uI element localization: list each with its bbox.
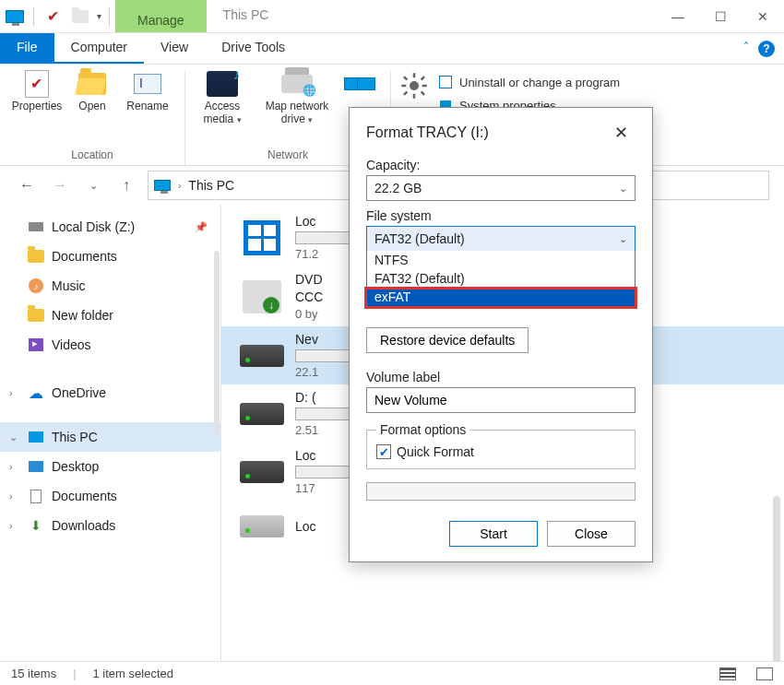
recent-dropdown-icon[interactable]: ⌄ [81,173,105,197]
new-folder-qat-icon[interactable] [69,6,91,28]
filesystem-select[interactable]: FAT32 (Default) ⌄ [366,226,636,252]
maximize-button[interactable]: ☐ [699,0,742,32]
close-dialog-button[interactable]: Close [547,521,636,547]
label: Uninstall or change a program [459,76,620,89]
separator [109,7,110,26]
minimize-button[interactable]: ― [657,0,699,32]
chevron-down-icon[interactable]: ⌄ [9,431,18,443]
network-button[interactable] [344,70,381,98]
contextual-tab-manage[interactable]: Manage [115,0,207,32]
ribbon-group-location: Properties Open Rename Location [0,70,185,165]
access-media-button[interactable]: Access media ▾ [195,70,250,126]
label: Videos [52,337,91,352]
chevron-down-icon: ⌄ [619,183,627,195]
drive-subtitle: 0 by [295,307,323,321]
volume-label-input[interactable] [366,387,636,413]
forward-button[interactable]: → [48,173,72,197]
label: Quick Format [397,444,474,459]
map-network-drive-button[interactable]: Map network drive ▾ [257,70,337,126]
sidebar-item-new-folder[interactable]: New folder [0,301,220,330]
svg-point-0 [410,81,419,90]
fs-option-ntfs[interactable]: NTFS [367,251,635,269]
pin-icon: 📌 [195,221,208,233]
label: New folder [52,308,113,323]
rename-button[interactable]: Rename [120,70,175,113]
sidebar-scrollbar[interactable] [214,251,220,435]
close-button[interactable]: ✕ [742,0,784,32]
sidebar-item-onedrive[interactable]: ›☁OneDrive [0,378,220,407]
group-label: Location [71,148,113,161]
map-drive-icon [281,70,313,98]
uninstall-program-button[interactable]: Uninstall or change a program [434,72,624,92]
label: Map network drive ▾ [257,100,337,126]
label: Open [78,100,105,113]
rename-icon [132,70,163,98]
folder-icon [28,248,44,265]
filesystem-label: File system [366,208,636,223]
open-button[interactable]: Open [72,70,113,113]
up-button[interactable]: ↑ [114,173,138,197]
sidebar-item-desktop[interactable]: ›Desktop [0,452,220,481]
help-icon[interactable]: ? [758,41,775,57]
ribbon-tabs: File Computer View Drive Tools ˄ ? [0,33,784,65]
this-pc-icon [4,6,26,28]
properties-icon [21,70,53,98]
window-controls: ― ☐ ✕ [657,0,784,32]
content-scrollbar[interactable] [773,496,780,661]
capacity-label: Capacity: [366,158,636,172]
chevron-right-icon[interactable]: › [9,387,13,398]
label: Documents [52,489,117,503]
chevron-right-icon[interactable]: › [9,520,13,531]
chevron-right-icon[interactable]: › [9,490,13,502]
format-progress-bar [366,482,636,501]
media-icon [207,70,238,98]
svg-rect-2 [413,94,416,99]
svg-rect-1 [413,73,416,77]
download-icon: ⬇ [28,517,44,534]
item-count: 15 items [11,667,56,680]
collapse-ribbon-icon[interactable]: ˄ [734,33,758,64]
restore-defaults-button[interactable]: Restore device defaults [366,327,529,353]
large-icons-view-icon[interactable] [756,667,773,680]
desktop-icon [28,458,44,475]
dialog-close-button[interactable]: ✕ [607,121,636,145]
back-button[interactable]: ← [15,173,39,197]
sidebar-item-downloads[interactable]: ›⬇Downloads [0,511,220,540]
dialog-title: Format TRACY (I:) [366,124,489,141]
quick-format-checkbox[interactable]: ✔ Quick Format [376,444,625,459]
label: Downloads [52,518,115,533]
qat-dropdown-icon[interactable]: ▾ [97,11,101,21]
svg-rect-3 [401,85,406,88]
format-options-group: Format options ✔ Quick Format [366,422,636,469]
music-icon: ♪ [28,278,44,294]
gear-icon[interactable] [400,72,428,102]
capacity-select[interactable]: 22.2 GB ⌄ [366,175,636,201]
fs-option-exfat[interactable]: exFAT [367,288,635,306]
label: Documents [52,249,117,264]
chevron-right-icon: › [178,181,181,191]
sidebar-item-documents[interactable]: Documents [0,242,220,271]
fs-option-fat32[interactable]: FAT32 (Default) [367,269,635,288]
sidebar-item-this-pc[interactable]: ⌄This PC [0,422,220,452]
properties-button[interactable]: Properties [9,70,65,113]
hdd-icon [238,336,286,376]
chevron-right-icon[interactable]: › [9,461,13,472]
sidebar-item-videos[interactable]: Videos [0,330,220,360]
start-button[interactable]: Start [449,521,538,547]
hdd-icon [28,218,44,235]
sidebar-item-music[interactable]: ♪Music [0,271,220,301]
monitors-icon [347,70,378,98]
label: Properties [12,100,63,113]
view-tab[interactable]: View [144,33,205,64]
this-pc-icon [28,429,44,445]
computer-tab[interactable]: Computer [54,33,144,64]
drive-tools-tab[interactable]: Drive Tools [205,33,302,64]
label: Music [52,278,86,293]
sidebar-item-documents-2[interactable]: ›Documents [0,481,220,511]
breadcrumb[interactable]: This PC [188,178,234,193]
file-tab[interactable]: File [0,33,54,64]
properties-qat-icon[interactable]: ✔ [42,6,64,28]
details-view-icon[interactable] [719,667,736,680]
drive-name: DVD [295,272,323,287]
sidebar-item-local-disk-z[interactable]: Local Disk (Z:)📌 [0,212,220,242]
